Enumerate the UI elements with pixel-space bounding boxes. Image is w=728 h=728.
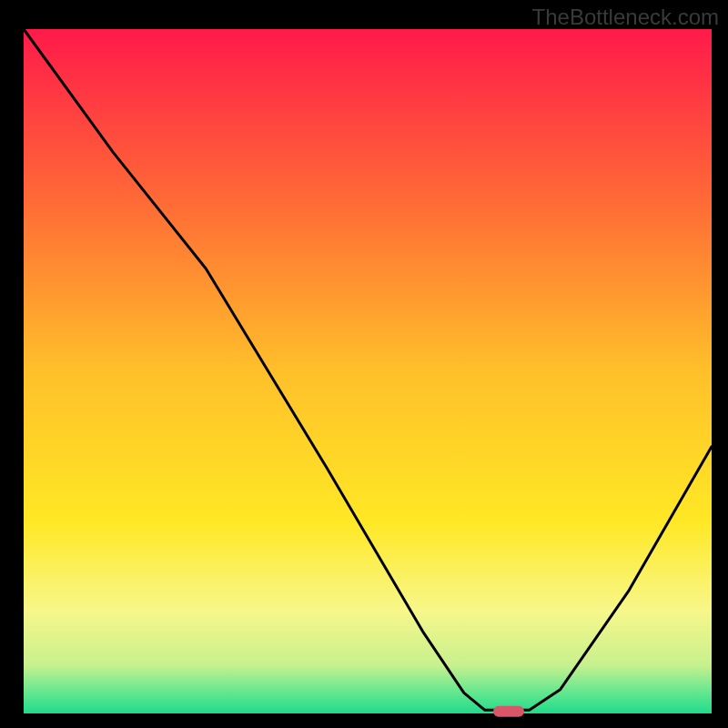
chart-container: TheBottleneck.com — [0, 0, 728, 728]
chart-gradient-background — [24, 29, 712, 713]
watermark-text: TheBottleneck.com — [532, 5, 719, 30]
optimal-point-marker — [493, 706, 524, 717]
bottleneck-chart — [0, 0, 728, 728]
